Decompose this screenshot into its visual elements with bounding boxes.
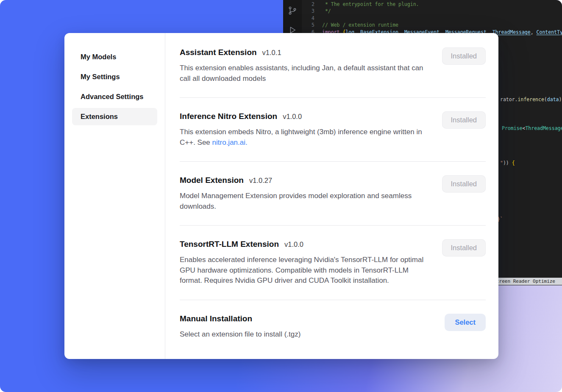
code-fragment: Promise<ThreadMessage> <box>502 125 562 131</box>
extension-title: TensortRT-LLM Extension v1.0.0 <box>180 239 428 249</box>
extension-title: Assistant Extension v1.0.1 <box>180 47 428 58</box>
extension-description-text: This extension enables assistants, inclu… <box>180 64 423 83</box>
extension-description-text: Model Management Extension provides mode… <box>180 192 412 210</box>
desktop-background: 2 * The entrypoint for the plugin.3 */45… <box>0 0 562 392</box>
code-fragment: ")) { <box>500 160 515 166</box>
code-token: ContentType <box>537 29 562 35</box>
extension-name: Inference Nitro Extension <box>180 111 277 121</box>
extension-version: v1.0.27 <box>249 175 272 185</box>
extension-info: Manual Installation Select an extension … <box>180 314 300 340</box>
installed-button[interactable]: Installed <box>442 239 486 257</box>
extension-row-nitro: Inference Nitro Extension v1.0.0 This ex… <box>180 98 486 162</box>
code-line: 3 */ <box>302 8 562 14</box>
sidebar-item-advanced-settings[interactable]: Advanced Settings <box>72 88 157 105</box>
extension-description: Enables accelerated inference leveraging… <box>180 255 428 286</box>
sidebar-item-my-settings[interactable]: My Settings <box>72 68 157 86</box>
installed-button[interactable]: Installed <box>442 47 486 65</box>
code-line: 2 * The entrypoint for the plugin. <box>302 1 562 8</box>
extension-version: v1.0.0 <box>284 239 303 249</box>
settings-panel: My Models My Settings Advanced Settings … <box>64 33 498 359</box>
code-token: inference <box>518 97 544 102</box>
code-area: 2 * The entrypoint for the plugin.3 */45… <box>302 1 562 36</box>
installed-button[interactable]: Installed <box>442 175 486 193</box>
code-token: rator. <box>500 97 518 102</box>
code-token: { <box>512 160 515 166</box>
code-token: , <box>531 29 537 35</box>
code-line: 5// Web / extension runtime <box>302 22 562 28</box>
code-token: // Web / extension runtime <box>322 22 398 28</box>
extension-description: Model Management Extension provides mode… <box>180 191 428 212</box>
code-token: )) <box>503 160 512 166</box>
manual-installation-description: Select an extension file to install (.tg… <box>180 329 300 340</box>
code-token: ThreadMessage <box>492 29 531 35</box>
extension-info: Assistant Extension v1.0.1 This extensio… <box>180 47 428 84</box>
extension-info: Inference Nitro Extension v1.0.0 This ex… <box>180 111 428 148</box>
code-token: " <box>500 160 503 166</box>
line-number: 2 <box>302 1 314 8</box>
extension-row-model: Model Extension v1.0.27 Model Management… <box>180 162 486 226</box>
nitro-jan-ai-link[interactable]: nitro.jan.ai. <box>212 138 248 146</box>
extension-name: Manual Installation <box>180 314 252 324</box>
settings-sidebar: My Models My Settings Advanced Settings … <box>64 33 165 359</box>
code-token: */ <box>322 8 331 14</box>
extension-description: This extension embeds Nitro, a lightweig… <box>180 127 428 148</box>
code-token: ThreadMessage <box>525 125 562 131</box>
manual-installation-row: Manual Installation Select an extension … <box>180 300 486 353</box>
line-number: 5 <box>302 22 314 28</box>
extension-name: TensortRT-LLM Extension <box>180 239 279 249</box>
extension-description: This extension enables assistants, inclu… <box>180 63 428 84</box>
code-line: 4 <box>302 15 562 22</box>
sidebar-item-my-models[interactable]: My Models <box>72 48 157 66</box>
status-chip-screen-reader: Screen Reader Optimize <box>490 278 562 285</box>
sidebar-item-extensions[interactable]: Extensions <box>72 108 157 125</box>
code-token: Promise <box>502 125 522 131</box>
code-token: * The entrypoint for the plugin. <box>322 1 419 7</box>
extensions-list: Assistant Extension v1.0.1 This extensio… <box>165 33 498 359</box>
source-control-icon <box>288 6 297 15</box>
extension-name: Assistant Extension <box>180 47 257 58</box>
extension-info: TensortRT-LLM Extension v1.0.0 Enables a… <box>180 239 428 286</box>
extension-row-tensorrt: TensortRT-LLM Extension v1.0.0 Enables a… <box>180 226 486 300</box>
code-token: ( <box>544 97 547 102</box>
extension-title: Model Extension v1.0.27 <box>180 175 428 185</box>
code-token: data <box>547 97 559 102</box>
extension-row-assistant: Assistant Extension v1.0.1 This extensio… <box>180 47 486 98</box>
installed-button[interactable]: Installed <box>442 111 486 129</box>
line-number: 3 <box>302 8 314 14</box>
code-token: )); <box>559 97 562 102</box>
extension-description-text: Enables accelerated inference leveraging… <box>180 256 423 284</box>
line-number: 4 <box>302 15 314 22</box>
extension-title: Inference Nitro Extension v1.0.0 <box>180 111 428 121</box>
extension-info: Model Extension v1.0.27 Model Management… <box>180 175 428 212</box>
extension-version: v1.0.0 <box>283 111 302 121</box>
select-button[interactable]: Select <box>445 314 486 331</box>
extension-version: v1.0.1 <box>262 47 281 58</box>
extension-name: Model Extension <box>180 175 244 185</box>
code-fragment: rator.inference(data)); <box>500 97 562 102</box>
manual-installation-title: Manual Installation <box>180 314 300 324</box>
